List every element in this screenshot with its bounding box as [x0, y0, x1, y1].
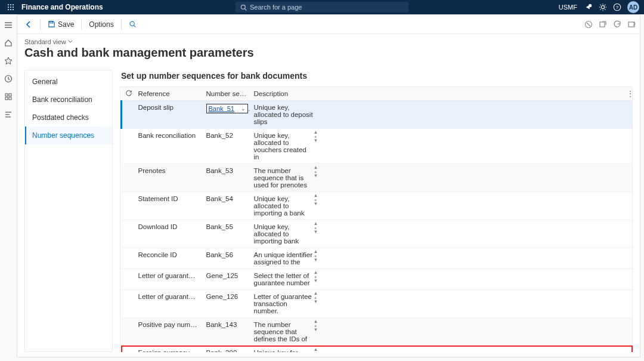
- table-row[interactable]: PrenotesBank_53The number sequence that …: [122, 164, 633, 192]
- table-row[interactable]: Bank reconciliationBank_52Unique key, al…: [122, 129, 633, 164]
- sequence-cell[interactable]: Bank_53: [203, 164, 250, 192]
- main-panel: Set up number sequences for bank documen…: [113, 70, 633, 352]
- table-row[interactable]: Statement IDBank_54Unique key, allocated…: [122, 192, 633, 220]
- svg-point-35: [130, 21, 134, 26]
- sidemenu-postdated-checks[interactable]: Postdated checks: [25, 109, 112, 126]
- sequence-cell[interactable]: Bank_56: [203, 248, 250, 269]
- arrow-down-icon[interactable]: ▼: [314, 279, 318, 283]
- workspaces-icon[interactable]: [2, 91, 14, 103]
- settings-icon[interactable]: [599, 3, 607, 11]
- reference-cell: Letter of guarantee transa...: [135, 290, 203, 318]
- star-icon[interactable]: [2, 55, 14, 67]
- app-launcher-icon[interactable]: [5, 1, 17, 13]
- row-stepper[interactable]: ▲∘▼: [314, 292, 318, 304]
- user-avatar[interactable]: AD: [627, 1, 639, 13]
- sequence-cell[interactable]: Bank_290: [203, 346, 250, 353]
- sidemenu-number-sequences[interactable]: Number sequences: [25, 126, 112, 144]
- table-row[interactable]: Deposit slipBank_51⌄Unique key, allocate…: [122, 101, 633, 129]
- row-stepper[interactable]: ▲∘▼: [314, 166, 318, 178]
- description-cell: An unique identifier assigned to the▲∘▼: [250, 248, 623, 269]
- arrow-down-icon[interactable]: ▼: [314, 328, 318, 332]
- search-page-button[interactable]: [125, 18, 140, 30]
- reference-cell: Deposit slip: [135, 101, 203, 129]
- svg-point-1: [10, 4, 11, 5]
- arrow-down-icon[interactable]: ▼: [314, 300, 318, 304]
- sequence-cell[interactable]: Bank_55: [203, 220, 250, 248]
- sequence-cell[interactable]: Bank_52: [203, 129, 250, 164]
- reference-header[interactable]: Reference: [135, 87, 203, 101]
- svg-point-7: [10, 9, 11, 10]
- table-row[interactable]: Letter of guarantee transa...Gene_126Let…: [122, 290, 633, 318]
- sequence-cell[interactable]: Bank_54: [203, 192, 250, 220]
- arrow-down-icon[interactable]: ▼: [314, 202, 318, 206]
- refresh-icon[interactable]: [612, 20, 622, 29]
- row-stepper[interactable]: ▲∘▼: [314, 348, 318, 352]
- svg-text:?: ?: [616, 5, 619, 10]
- sequence-header[interactable]: Number sequence ...: [203, 87, 250, 101]
- chevron-down-icon: [68, 39, 73, 44]
- arrow-down-icon[interactable]: ▼: [314, 174, 318, 178]
- reload-header[interactable]: [122, 87, 135, 101]
- row-stepper[interactable]: ▲∘▼: [314, 222, 318, 234]
- sequence-cell[interactable]: Bank_51⌄: [203, 101, 250, 129]
- description-cell: Letter of guarantee transaction number.▲…: [250, 290, 623, 318]
- help-icon[interactable]: ?: [613, 3, 621, 11]
- recent-icon[interactable]: [2, 73, 14, 85]
- hamburger-icon[interactable]: [2, 19, 14, 31]
- svg-line-38: [587, 23, 590, 26]
- app-title: Finance and Operations: [21, 3, 103, 11]
- more-header[interactable]: ⋮: [623, 87, 632, 101]
- table-row[interactable]: Reconcile IDBank_56An unique identifier …: [122, 248, 633, 269]
- back-button[interactable]: [21, 18, 36, 30]
- table-row[interactable]: Foreign currency revaluati...Bank_290Uni…: [122, 346, 633, 353]
- svg-point-9: [241, 5, 245, 9]
- reference-cell: Foreign currency revaluati...: [135, 346, 203, 353]
- legal-entity[interactable]: USMF: [559, 4, 577, 11]
- svg-point-6: [8, 9, 9, 10]
- sequence-cell[interactable]: Gene_126: [203, 290, 250, 318]
- close-icon[interactable]: [627, 20, 636, 29]
- table-row[interactable]: Download IDBank_55Unique key, allocated …: [122, 220, 633, 248]
- home-icon[interactable]: [2, 37, 14, 49]
- options-button[interactable]: Options: [85, 18, 117, 30]
- attach-icon[interactable]: [584, 20, 593, 29]
- svg-rect-29: [5, 97, 8, 100]
- row-stepper[interactable]: ▲∘▼: [314, 320, 318, 332]
- description-cell: Unique key for vouchers, used when posti…: [250, 346, 623, 353]
- save-button[interactable]: Save: [44, 18, 78, 30]
- description-cell: The number sequence that defines the IDs…: [250, 318, 623, 346]
- svg-point-2: [13, 4, 14, 5]
- row-stepper[interactable]: ▲∘▼: [314, 250, 318, 262]
- arrow-down-icon[interactable]: ▼: [314, 258, 318, 262]
- table-row[interactable]: Letter of guarantee numberGene_125Select…: [122, 269, 633, 290]
- sidemenu-general[interactable]: General: [25, 73, 112, 91]
- chevron-down-icon[interactable]: ⌄: [241, 106, 246, 112]
- description-cell: Unique key, allocated to deposit slips: [250, 101, 623, 129]
- reference-cell: Statement ID: [135, 192, 203, 220]
- description-header[interactable]: Description: [250, 87, 623, 101]
- notification-icon[interactable]: [584, 3, 593, 11]
- row-stepper[interactable]: ▲∘▼: [314, 131, 318, 143]
- modules-icon[interactable]: [2, 109, 14, 121]
- table-row[interactable]: Positive pay numberBank_143The number se…: [122, 318, 633, 346]
- row-stepper[interactable]: ▲∘▼: [314, 194, 318, 206]
- number-sequences-table: Reference Number sequence ... Descriptio…: [120, 87, 633, 352]
- table-header-row: Reference Number sequence ... Descriptio…: [122, 87, 633, 101]
- topbar: Finance and Operations Search for a page…: [0, 0, 644, 14]
- sidemenu-bank-reconciliation[interactable]: Bank reconciliation: [25, 91, 112, 109]
- popout-icon[interactable]: [598, 20, 608, 29]
- view-switcher[interactable]: Standard view: [24, 38, 73, 45]
- global-search[interactable]: Search for a page: [236, 2, 408, 13]
- svg-point-5: [13, 7, 14, 8]
- svg-point-11: [589, 4, 592, 7]
- save-label: Save: [58, 20, 74, 29]
- svg-rect-28: [9, 94, 11, 96]
- sequence-cell[interactable]: Gene_125: [203, 269, 250, 290]
- svg-line-18: [605, 9, 605, 10]
- row-stepper[interactable]: ▲∘▼: [314, 271, 318, 283]
- arrow-down-icon[interactable]: ▼: [314, 230, 318, 234]
- reference-cell: Letter of guarantee number: [135, 269, 203, 290]
- arrow-down-icon[interactable]: ▼: [314, 139, 318, 143]
- sequence-cell[interactable]: Bank_143: [203, 318, 250, 346]
- left-rail: [0, 14, 17, 361]
